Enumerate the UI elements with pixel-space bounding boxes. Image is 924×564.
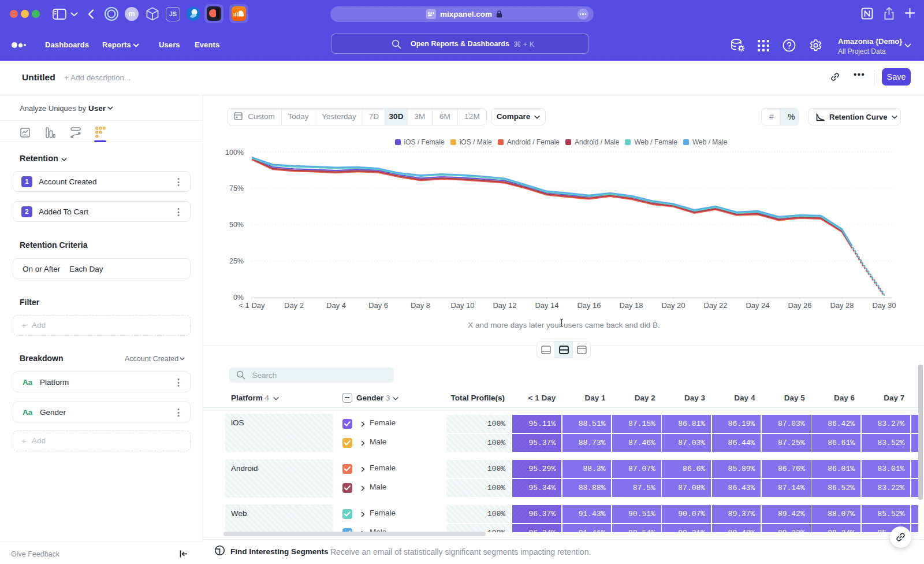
svg-text:Day 18: Day 18 — [619, 301, 643, 310]
svg-text:Day 6: Day 6 — [368, 301, 388, 310]
svg-text:100%: 100% — [225, 149, 244, 157]
svg-text:0%: 0% — [233, 294, 244, 302]
svg-text:75%: 75% — [229, 184, 244, 192]
svg-text:25%: 25% — [229, 257, 244, 265]
svg-text:Day 14: Day 14 — [535, 301, 558, 310]
svg-text:Day 28: Day 28 — [830, 301, 854, 310]
svg-text:Day 24: Day 24 — [746, 301, 769, 310]
svg-text:Day 20: Day 20 — [661, 301, 685, 310]
svg-text:Day 10: Day 10 — [450, 301, 474, 310]
svg-text:< 1 Day: < 1 Day — [239, 301, 265, 310]
svg-text:Day 2: Day 2 — [284, 301, 304, 310]
svg-text:Day 26: Day 26 — [788, 301, 811, 310]
svg-text:Day 22: Day 22 — [703, 301, 727, 310]
svg-text:Day 4: Day 4 — [326, 301, 346, 310]
svg-text:Day 8: Day 8 — [411, 301, 430, 310]
svg-text:50%: 50% — [229, 221, 244, 229]
svg-text:Day 16: Day 16 — [577, 301, 601, 310]
svg-text:Day 12: Day 12 — [493, 301, 516, 310]
svg-text:Day 30: Day 30 — [872, 301, 896, 310]
